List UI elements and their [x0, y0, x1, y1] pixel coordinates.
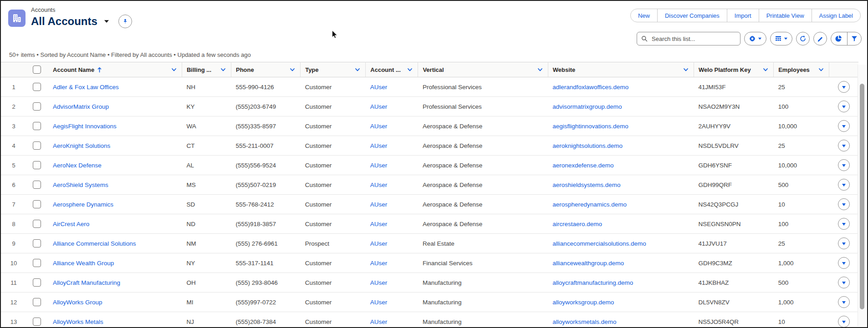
account-name-link[interactable]: AlloyCraft Manufacturing [53, 279, 120, 286]
account-name-link[interactable]: AlloyWorks Group [53, 299, 102, 306]
account-owner-link[interactable]: AUser [370, 142, 388, 149]
row-checkbox[interactable] [33, 102, 41, 111]
list-settings-button[interactable] [744, 32, 766, 45]
row-checkbox[interactable] [33, 200, 41, 208]
website-link[interactable]: aeronexdefense.demo [552, 162, 613, 169]
discover-companies-button[interactable]: Discover Companies [657, 9, 727, 22]
account-name-link[interactable]: Alliance Commercial Solutions [53, 240, 136, 247]
account-name-link[interactable]: AeroShield Systems [53, 182, 108, 188]
website-link[interactable]: adlerandfoxlawoffices.demo [552, 84, 628, 91]
column-menu-chevron-icon[interactable] [818, 66, 824, 73]
account-name-link[interactable]: AegisFlight Innovations [53, 123, 117, 130]
account-owner-link[interactable]: AUser [370, 260, 388, 267]
row-actions-button[interactable] [838, 257, 850, 269]
pin-list-view-button[interactable] [118, 15, 132, 28]
website-link[interactable]: aircrestaero.demo [552, 221, 602, 227]
assign-label-button[interactable]: Assign Label [812, 9, 861, 22]
import-button[interactable]: Import [727, 9, 759, 22]
row-actions-button[interactable] [838, 120, 850, 132]
column-menu-chevron-icon[interactable] [289, 66, 296, 73]
account-name-link[interactable]: AlloyWorks Metals [53, 318, 103, 325]
account-owner-link[interactable]: AUser [370, 103, 388, 110]
new-button[interactable]: New [630, 9, 658, 22]
select-all-checkbox[interactable] [33, 66, 41, 74]
website-link[interactable]: aeroknightsolutions.demo [552, 142, 623, 149]
row-actions-button[interactable] [838, 198, 850, 210]
row-actions-button[interactable] [838, 277, 850, 288]
account-owner-link[interactable]: AUser [370, 201, 388, 208]
column-header-label[interactable]: Account Name [53, 66, 94, 73]
account-owner-link[interactable]: AUser [370, 299, 388, 306]
vertical-scrollbar[interactable] [858, 65, 866, 326]
row-checkbox[interactable] [33, 259, 41, 267]
website-link[interactable]: alliancecommercialsolutions.demo [552, 240, 646, 247]
column-header-label[interactable]: Type [305, 66, 318, 73]
account-owner-link[interactable]: AUser [370, 318, 388, 325]
website-link[interactable]: aerospheredynamics.demo [552, 201, 627, 208]
column-menu-chevron-icon[interactable] [683, 66, 689, 73]
column-menu-chevron-icon[interactable] [220, 66, 226, 73]
row-checkbox[interactable] [33, 122, 41, 130]
column-header-label[interactable]: Welo Platform Key [699, 66, 751, 73]
charts-button[interactable] [831, 32, 845, 45]
row-actions-button[interactable] [838, 316, 850, 328]
row-checkbox[interactable] [33, 239, 41, 247]
display-as-button[interactable] [770, 32, 792, 45]
column-menu-chevron-icon[interactable] [762, 66, 769, 73]
row-actions-button[interactable] [838, 140, 850, 151]
column-menu-chevron-icon[interactable] [407, 66, 413, 73]
account-name-link[interactable]: Aerosphere Dynamics [53, 201, 113, 208]
website-link[interactable]: aegisflightinnovations.demo [552, 123, 628, 130]
scrollbar-thumb[interactable] [860, 84, 864, 309]
column-header-label[interactable]: Website [553, 66, 576, 73]
website-link[interactable]: alloyworksgroup.demo [552, 299, 614, 306]
printable-view-button[interactable]: Printable View [759, 9, 812, 22]
account-name-link[interactable]: AeroNex Defense [53, 162, 102, 169]
row-checkbox[interactable] [33, 141, 41, 150]
account-owner-link[interactable]: AUser [370, 240, 388, 247]
account-owner-link[interactable]: AUser [370, 162, 388, 169]
account-owner-link[interactable]: AUser [370, 221, 388, 227]
row-checkbox[interactable] [33, 318, 41, 326]
row-actions-button[interactable] [838, 296, 850, 308]
search-input[interactable] [637, 32, 740, 45]
column-menu-chevron-icon[interactable] [354, 66, 361, 73]
column-header-label[interactable]: Billing ... [187, 66, 211, 73]
refresh-button[interactable] [796, 32, 810, 45]
row-checkbox[interactable] [33, 161, 41, 169]
list-view-selector-button[interactable] [102, 18, 111, 25]
column-menu-chevron-icon[interactable] [537, 66, 543, 73]
account-name-link[interactable]: AeroKnight Solutions [53, 142, 110, 149]
row-checkbox[interactable] [33, 181, 41, 189]
website-link[interactable]: alloycraftmanufacturing.demo [552, 279, 633, 286]
account-owner-link[interactable]: AUser [370, 279, 388, 286]
website-link[interactable]: alloyworksmetals.demo [552, 318, 616, 325]
website-link[interactable]: advisormatrixgroup.demo [552, 103, 622, 110]
row-actions-button[interactable] [838, 179, 850, 191]
website-link[interactable]: alliancewealthgroup.demo [552, 260, 624, 267]
column-header-label[interactable]: Phone [236, 66, 254, 73]
row-actions-button[interactable] [838, 237, 850, 249]
row-actions-button[interactable] [838, 159, 850, 171]
filters-button[interactable] [847, 32, 861, 45]
row-checkbox[interactable] [33, 220, 41, 228]
account-name-link[interactable]: Alliance Wealth Group [53, 260, 114, 267]
account-name-link[interactable]: AirCrest Aero [53, 221, 89, 227]
row-checkbox[interactable] [33, 83, 41, 91]
row-checkbox[interactable] [33, 278, 41, 287]
inline-edit-button[interactable] [813, 32, 827, 45]
account-name-link[interactable]: Adler & Fox Law Offices [53, 84, 119, 91]
column-header-label[interactable]: Employees [778, 66, 810, 73]
row-actions-button[interactable] [838, 218, 850, 230]
account-owner-link[interactable]: AUser [370, 123, 388, 130]
row-checkbox[interactable] [33, 298, 41, 306]
account-owner-link[interactable]: AUser [370, 182, 388, 188]
column-header-label[interactable]: Vertical [423, 66, 444, 73]
column-header-label[interactable]: Account ... [370, 66, 400, 73]
website-link[interactable]: aeroshieldsystems.demo [552, 182, 620, 188]
account-name-link[interactable]: AdvisorMatrix Group [53, 103, 109, 110]
column-menu-chevron-icon[interactable] [171, 66, 177, 73]
row-actions-button[interactable] [838, 81, 850, 93]
row-actions-button[interactable] [838, 101, 850, 112]
account-owner-link[interactable]: AUser [370, 84, 388, 91]
